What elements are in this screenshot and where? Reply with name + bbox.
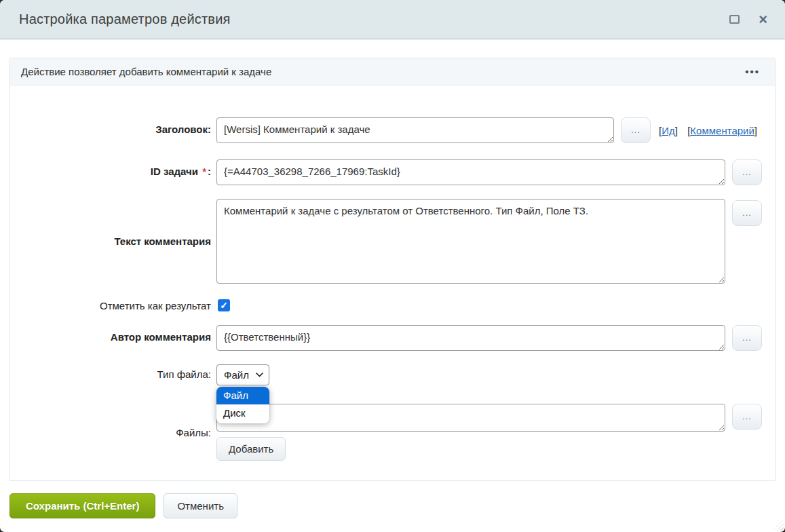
- row-comment-text: Текст комментария Комментарий к задаче с…: [21, 199, 764, 284]
- link-id-wrap: [Ид]: [659, 125, 678, 136]
- bracket: ]: [675, 125, 678, 136]
- mark-result-checkbox[interactable]: ✓: [218, 299, 230, 311]
- link-comment-wrap: [Комментарий]: [687, 125, 757, 136]
- file-type-select[interactable]: Файл: [216, 364, 269, 385]
- task-id-label-text: ID задачи: [151, 166, 198, 177]
- file-type-select-cell: Файл Файл Диск: [216, 364, 269, 385]
- comment-text-input[interactable]: Комментарий к задаче с результатом от От…: [216, 199, 725, 284]
- action-description: Действие позволяет добавить комментарий …: [21, 66, 745, 77]
- action-settings-dialog: Настройка параметров действия × Действие…: [0, 0, 785, 532]
- files-more-button[interactable]: ...: [732, 404, 762, 430]
- required-asterisk: *: [201, 166, 208, 177]
- author-label: Автор комментария: [21, 325, 216, 343]
- panel-header: Действие позволяет добавить комментарий …: [10, 58, 775, 86]
- resize-grip[interactable]: [773, 520, 784, 531]
- dropdown-option-disk[interactable]: Диск: [216, 404, 269, 422]
- close-icon[interactable]: ×: [759, 12, 767, 27]
- cancel-button[interactable]: Отменить: [164, 493, 237, 518]
- comment-text-more-button[interactable]: ...: [732, 200, 762, 226]
- bracket: ]: [754, 125, 757, 136]
- title-label: Заголовок:: [21, 117, 216, 135]
- row-task-id: ID задачи *: {=A44703_36298_7266_17969:T…: [21, 159, 764, 185]
- row-file-type: Тип файла: Файл Файл Диск: [21, 364, 764, 385]
- author-more-button[interactable]: ...: [732, 325, 762, 351]
- panel-body: Заголовок: [Wersis] Комментарий к задаче…: [10, 86, 775, 480]
- dialog-titlebar: Настройка параметров действия ×: [0, 0, 785, 39]
- row-author: Автор комментария {{Ответственный}} ...: [21, 325, 764, 351]
- check-icon: ✓: [220, 300, 228, 311]
- save-button[interactable]: Сохранить (Ctrl+Enter): [9, 493, 155, 518]
- row-mark-result: Отметить как результат ✓: [21, 299, 764, 311]
- link-comment[interactable]: Комментарий: [690, 125, 754, 136]
- files-line: {{ТЗ}} ...: [216, 404, 762, 432]
- link-id[interactable]: Ид: [662, 125, 675, 136]
- ellipsis-menu-icon[interactable]: •••: [745, 66, 760, 77]
- title-more-button[interactable]: ...: [621, 117, 651, 143]
- dialog-title: Настройка параметров действия: [19, 12, 729, 27]
- action-panel: Действие позволяет добавить комментарий …: [9, 58, 776, 481]
- files-input[interactable]: {{ТЗ}}: [216, 404, 725, 432]
- maximize-icon[interactable]: [729, 15, 740, 24]
- comment-text-label: Текст комментария: [21, 235, 216, 247]
- file-type-dropdown: Файл Диск: [216, 387, 269, 423]
- chevron-down-icon: [256, 373, 263, 377]
- colon: :: [208, 166, 211, 177]
- title-input[interactable]: [Wersis] Комментарий к задаче: [216, 117, 614, 143]
- mark-result-label: Отметить как результат: [21, 299, 216, 311]
- dialog-footer: Сохранить (Ctrl+Enter) Отменить: [9, 493, 785, 518]
- row-files: Файлы: {{ТЗ}} ... Добавить: [21, 404, 764, 461]
- file-type-label: Тип файла:: [21, 364, 216, 380]
- task-id-input[interactable]: {=A44703_36298_7266_17969:TaskId}: [216, 159, 725, 185]
- task-id-more-button[interactable]: ...: [732, 159, 762, 185]
- dropdown-option-file[interactable]: Файл: [216, 387, 269, 404]
- files-label: Файлы:: [21, 427, 216, 438]
- add-file-button[interactable]: Добавить: [216, 437, 286, 461]
- row-title: Заголовок: [Wersis] Комментарий к задаче…: [21, 117, 764, 143]
- window-controls: ×: [729, 12, 767, 27]
- file-type-selected-value: Файл: [224, 369, 249, 381]
- author-input[interactable]: {{Ответственный}}: [216, 325, 725, 351]
- title-links: [Ид] [Комментарий]: [659, 125, 764, 136]
- task-id-label: ID задачи *:: [21, 159, 216, 177]
- files-cell: {{ТЗ}} ... Добавить: [216, 404, 762, 461]
